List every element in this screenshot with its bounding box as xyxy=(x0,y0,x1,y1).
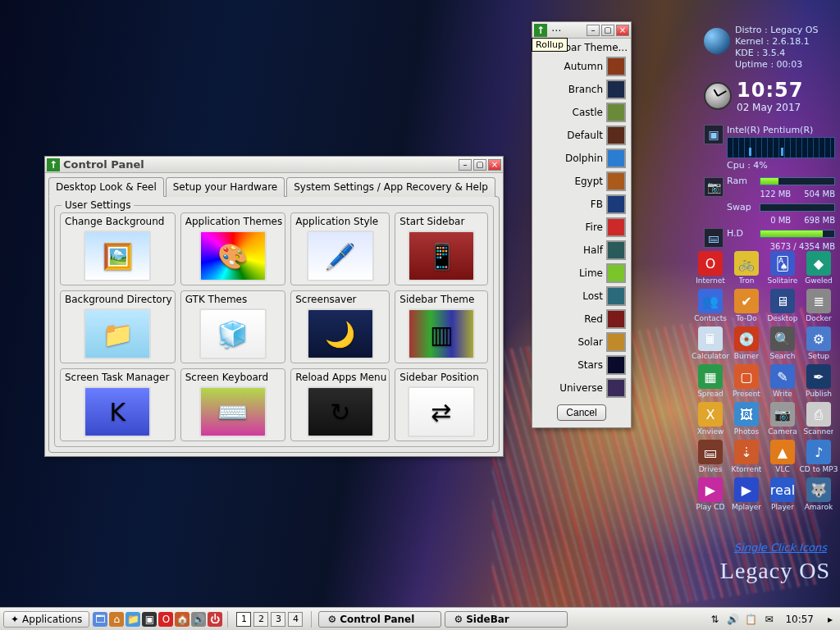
launcher-write[interactable]: ✎Write xyxy=(766,364,799,399)
volume-icon[interactable]: 🔊 xyxy=(191,612,206,627)
cp-item-sidebar-position[interactable]: Sidebar Position⇄ xyxy=(395,368,488,441)
launcher-play-cd[interactable]: ▶Play CD xyxy=(694,477,727,512)
launcher-to-do[interactable]: ✔To-Do xyxy=(730,289,763,323)
control-panel-titlebar[interactable]: ↑ Control Panel – ▢ × xyxy=(45,157,503,173)
cp-item-sidebar-theme[interactable]: Sidebar Theme▥ xyxy=(395,290,488,363)
theme-option-universe[interactable]: Universe xyxy=(532,377,631,399)
theme-option-red[interactable]: Red xyxy=(532,308,631,331)
launcher-vlc[interactable]: ▲VLC xyxy=(766,440,799,474)
menu-dots-icon[interactable]: ⋯ xyxy=(550,25,562,36)
launcher-spread[interactable]: ▦Spread xyxy=(694,364,727,399)
cp-item-application-themes[interactable]: Application Themes🎨 xyxy=(180,212,286,285)
tab-setup-hardware[interactable]: Setup your Hardware xyxy=(166,177,285,197)
terminal-icon[interactable]: ▣ xyxy=(142,612,157,627)
minimize-button[interactable]: – xyxy=(587,25,600,36)
launcher-gweled[interactable]: ◆Gweled xyxy=(802,251,835,285)
tray-clipboard-icon[interactable]: 📋 xyxy=(744,613,757,626)
launcher-camera[interactable]: 📷Camera xyxy=(766,402,799,436)
home2-icon[interactable]: 🏠 xyxy=(175,612,189,627)
launcher-solitaire[interactable]: 🂡Solitaire xyxy=(766,251,799,285)
tray-clock[interactable]: 10:57 xyxy=(785,614,814,625)
arrow-up-icon[interactable]: ↑ xyxy=(47,158,60,171)
launcher-drives[interactable]: 🖴Drives xyxy=(694,440,727,474)
home-icon[interactable]: ⌂ xyxy=(109,612,124,627)
launcher-docker[interactable]: ≣Docker xyxy=(802,289,835,323)
single-click-link[interactable]: Single Click Icons xyxy=(734,541,827,554)
task-sidebar[interactable]: ⚙SideBar xyxy=(445,611,568,628)
pager-desktop-1[interactable]: 1 xyxy=(236,612,251,627)
theme-swatch-icon xyxy=(606,217,626,237)
launcher-amarok[interactable]: 🐺Amarok xyxy=(802,477,835,512)
launcher-cd-to-mp3[interactable]: ♪CD to MP3 xyxy=(802,440,835,474)
theme-option-branch[interactable]: Branch xyxy=(532,78,631,101)
power-icon[interactable]: ⏻ xyxy=(208,612,222,627)
arrow-up-icon[interactable]: ↑ xyxy=(534,24,547,37)
launcher-desktop[interactable]: 🖥Desktop xyxy=(766,289,799,323)
launcher-photos[interactable]: 🖼Photos xyxy=(730,402,763,436)
cp-item-label: Sidebar Theme xyxy=(398,294,485,307)
tray-volume-icon[interactable]: 🔊 xyxy=(726,613,739,626)
launcher-xnview[interactable]: XXnview xyxy=(694,402,727,436)
theme-option-dolphin[interactable]: Dolphin xyxy=(532,147,631,170)
theme-option-lost[interactable]: Lost xyxy=(532,285,631,308)
cp-item-reload-apps-menu[interactable]: Reload Apps Menu↻ xyxy=(290,368,390,441)
tray-mail-icon[interactable]: ✉ xyxy=(762,613,775,626)
pager-desktop-3[interactable]: 3 xyxy=(271,612,285,627)
task-control-panel[interactable]: ⚙Control Panel xyxy=(318,611,441,628)
cancel-button[interactable]: Cancel xyxy=(557,404,605,421)
theme-option-castle[interactable]: Castle xyxy=(532,101,631,124)
launcher-icon: ⚙ xyxy=(806,326,831,351)
theme-option-default[interactable]: Default xyxy=(532,124,631,147)
theme-option-egypt[interactable]: Egypt xyxy=(532,170,631,193)
theme-option-lime[interactable]: Lime xyxy=(532,262,631,285)
launcher-player[interactable]: realPlayer xyxy=(766,477,799,512)
minimize-button[interactable]: – xyxy=(459,159,472,171)
files-icon[interactable]: 📁 xyxy=(126,612,140,627)
theme-option-fb[interactable]: FB xyxy=(532,193,631,216)
cp-item-gtk-themes[interactable]: GTK Themes🧊 xyxy=(180,290,286,363)
launcher-publish[interactable]: ✒Publish xyxy=(802,364,835,399)
cp-item-screen-keyboard[interactable]: Screen Keyboard⌨️ xyxy=(180,368,286,441)
pager-desktop-2[interactable]: 2 xyxy=(253,612,268,627)
maximize-button[interactable]: ▢ xyxy=(473,159,486,171)
cp-item-start-sidebar[interactable]: Start Sidebar📱 xyxy=(395,212,488,285)
launcher-burner[interactable]: 💿Burner xyxy=(730,326,763,361)
show-desktop-icon[interactable]: 🗔 xyxy=(93,612,107,627)
launcher-calculator[interactable]: 🖩Calculator xyxy=(694,326,727,361)
theme-option-half[interactable]: Half xyxy=(532,239,631,262)
tray-overflow-icon[interactable]: ▸ xyxy=(824,613,837,626)
close-button[interactable]: × xyxy=(616,25,629,36)
launcher-search[interactable]: 🔍Search xyxy=(766,326,799,361)
tray-network-icon[interactable]: ⇅ xyxy=(708,613,721,626)
launcher-scanner[interactable]: ⎙Scanner xyxy=(802,402,835,436)
launcher-setup[interactable]: ⚙Setup xyxy=(802,326,835,361)
applications-menu-button[interactable]: ✦ Applications xyxy=(3,611,89,628)
launcher-tron[interactable]: 🚲Tron xyxy=(730,251,763,285)
launcher-contacts[interactable]: 👥Contacts xyxy=(694,289,727,323)
launcher-mplayer[interactable]: ▶Mplayer xyxy=(730,477,763,512)
cp-item-background-directory[interactable]: Background Directory📁 xyxy=(60,290,176,363)
control-panel-tabs: Desktop Look & Feel Setup your Hardware … xyxy=(45,173,503,196)
theme-option-autumn[interactable]: Autumn xyxy=(532,55,631,78)
system-panel: Distro : Legacy OS Kernel : 2.6.18.1 KDE… xyxy=(704,25,835,251)
sidebar-theme-titlebar[interactable]: ↑ ⋯ – ▢ × xyxy=(532,22,631,39)
tab-desktop-look-feel[interactable]: Desktop Look & Feel xyxy=(48,177,164,197)
cp-item-change-background[interactable]: Change Background🖼️ xyxy=(60,212,176,285)
theme-option-fire[interactable]: Fire xyxy=(532,216,631,239)
cp-item-application-style[interactable]: Application Style🖊️ xyxy=(290,212,390,285)
cp-item-icon: K xyxy=(84,386,151,437)
launcher-present[interactable]: ▢Present xyxy=(730,364,763,399)
maximize-button[interactable]: ▢ xyxy=(601,25,614,36)
cp-item-screen-task-manager[interactable]: Screen Task ManagerK xyxy=(60,368,176,441)
theme-option-stars[interactable]: Stars xyxy=(532,354,631,377)
browser-icon[interactable]: O xyxy=(158,612,173,627)
launcher-label: Internet xyxy=(696,276,725,285)
close-button[interactable]: × xyxy=(488,159,501,171)
tab-system-settings[interactable]: System Settings / App Recovery & Help xyxy=(286,177,495,197)
theme-option-solar[interactable]: Solar xyxy=(532,331,631,354)
cp-item-screensaver[interactable]: Screensaver🌙 xyxy=(290,290,390,363)
launcher-ktorrent[interactable]: ⇣Ktorrent xyxy=(730,440,763,474)
pager-desktop-4[interactable]: 4 xyxy=(288,612,303,627)
launcher-label: Mplayer xyxy=(732,503,761,512)
launcher-internet[interactable]: OInternet xyxy=(694,251,727,285)
